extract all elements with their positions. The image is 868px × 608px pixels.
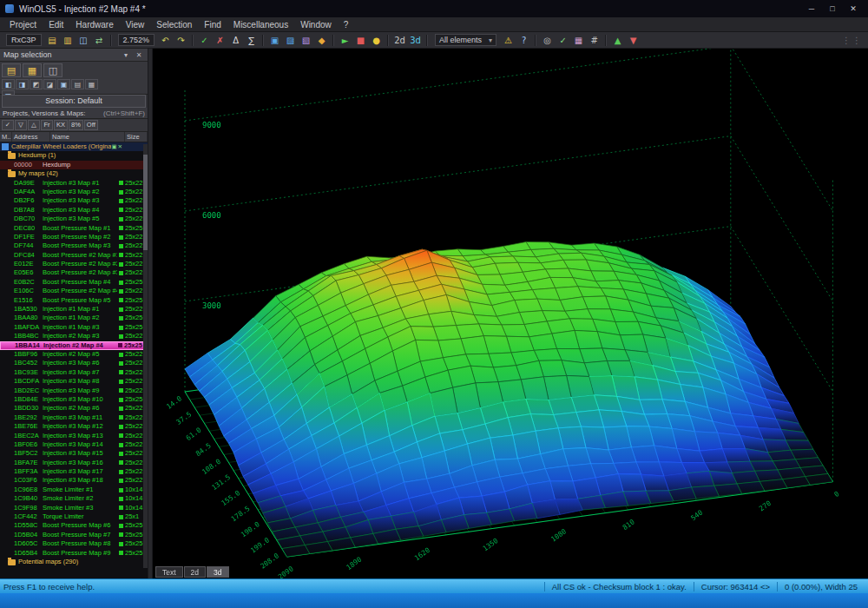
tree-row[interactable]: Caterpillar Wheel Loaders (Original) as … xyxy=(0,142,148,151)
tree-row[interactable]: 1BF5C2 Injection #3 Map #15 25x22 xyxy=(0,449,148,458)
filter-button[interactable]: 8% xyxy=(69,120,83,130)
toolbar-icon[interactable]: ⇄ xyxy=(92,34,107,47)
toolbar-icon[interactable]: ► xyxy=(338,34,352,47)
tree-row[interactable]: 1BB4BC Injection #2 Map #3 25x22 xyxy=(0,332,148,340)
toolbar-icon[interactable]: ∑ xyxy=(244,34,259,47)
tree-row[interactable]: 1CF442 Torque Limiter 25x1 xyxy=(0,512,148,521)
toolbar-icon[interactable]: ▲ xyxy=(610,34,625,47)
toolbar-icon[interactable]: ■ xyxy=(353,34,368,47)
tree-row[interactable]: 1BD2EC Injection #3 Map #9 25x22 xyxy=(0,387,148,395)
tree-row[interactable]: 1D558C Boost Pressure Map #6 25x25 xyxy=(0,521,148,530)
sidebar-view-icon[interactable]: ◧ xyxy=(2,79,15,89)
toolbar-icon[interactable]: 2d xyxy=(392,34,407,47)
tree-row[interactable]: DFC84 Boost Pressure #2 Map #1 25x22 xyxy=(0,251,148,260)
toolbar-icon[interactable]: ✓ xyxy=(556,34,570,47)
tree-row[interactable]: 1BE76E Injection #3 Map #12 25x22 xyxy=(0,422,148,431)
toolbar-icon[interactable]: ✗ xyxy=(213,34,227,47)
tree-row[interactable]: 1BAA80 Injection #1 Map #2 25x25 xyxy=(0,314,148,322)
tree-row[interactable]: DA99E Injection #3 Map #1 25x22 xyxy=(0,179,148,188)
filter-button[interactable]: △ xyxy=(28,120,40,130)
scrollbar-thumb[interactable] xyxy=(143,155,148,250)
tree-row[interactable]: DAF4A Injection #3 Map #2 25x22 xyxy=(0,188,148,196)
toolbar-icon[interactable]: ▤ xyxy=(45,34,60,47)
tree-row[interactable]: E1516 Boost Pressure Map #5 25x25 xyxy=(0,296,148,305)
toolbar-icon[interactable] xyxy=(605,35,607,46)
toolbar-icon[interactable]: ▦ xyxy=(571,34,586,47)
map-mode-field[interactable]: RxC3P xyxy=(6,34,42,46)
tree-row[interactable]: 1BAFDA Injection #1 Map #3 25x25 xyxy=(0,323,148,332)
tree-row[interactable]: 1C03F6 Injection #3 Map #18 25x22 xyxy=(0,476,148,485)
tree-row[interactable]: 1BF0E6 Injection #3 Map #14 25x22 xyxy=(0,440,148,449)
menu-item[interactable]: ? xyxy=(338,19,355,30)
tree-row[interactable]: 1C9B40 Smoke Limiter #2 10x14 xyxy=(0,494,148,503)
toolbar-icon[interactable]: ◆ xyxy=(314,34,329,47)
sidebar-view-icon[interactable]: ▣ xyxy=(57,79,70,89)
tree-row[interactable]: DBC70 Injection #3 Map #5 25x22 xyxy=(0,215,148,223)
filter-button[interactable]: KX xyxy=(54,120,68,130)
toolbar-icon[interactable]: ▧ xyxy=(299,34,313,47)
toolbar-icon[interactable] xyxy=(426,35,428,46)
toolbar-icon[interactable]: ◫ xyxy=(76,34,91,47)
toolbar-icon[interactable]: ▥ xyxy=(61,34,76,47)
panel-close-button[interactable]: ✕ xyxy=(134,50,144,60)
tree-row[interactable]: Potential maps (290) xyxy=(0,558,148,566)
toolbar-icon[interactable]: ◎ xyxy=(540,34,555,47)
tree-row[interactable]: 1BC452 Injection #3 Map #6 25x22 xyxy=(0,359,148,367)
tree-row[interactable]: E106C Boost Pressure #2 Map #4 25x22 xyxy=(0,287,148,295)
toolbar-icon[interactable]: 3d xyxy=(408,34,423,47)
maximize-button[interactable]: □ xyxy=(823,3,842,16)
toolbar-icon[interactable] xyxy=(110,35,112,46)
sidebar-tool-icon[interactable]: ▤ xyxy=(2,63,21,77)
minimize-button[interactable]: ─ xyxy=(802,3,821,16)
panel-dropdown-button[interactable]: ▾ xyxy=(121,50,131,60)
sidebar-tool-icon[interactable]: ▦ xyxy=(23,63,42,77)
menu-item[interactable]: Hardware xyxy=(69,19,119,30)
toolbar-icon[interactable]: ✓ xyxy=(197,34,212,47)
tree-row[interactable]: 1D605C Boost Pressure Map #8 25x25 xyxy=(0,539,148,548)
tree-row[interactable]: 1BD84E Injection #3 Map #10 25x25 xyxy=(0,395,148,404)
tree-row[interactable]: DB7A8 Injection #3 Map #4 25x22 xyxy=(0,206,148,215)
tree-row[interactable]: 1C9F98 Smoke Limiter #3 10x14 xyxy=(0,504,148,512)
view-tab[interactable]: Text xyxy=(155,566,183,578)
menu-item[interactable]: Window xyxy=(294,19,338,30)
column-marker[interactable]: M... xyxy=(0,132,12,142)
close-button[interactable]: ✕ xyxy=(844,3,863,16)
tree-row[interactable]: DB2F6 Injection #3 Map #3 25x22 xyxy=(0,196,148,205)
tree-row[interactable]: 1BEC2A Injection #3 Map #13 25x22 xyxy=(0,432,148,440)
menu-item[interactable]: Miscellaneous xyxy=(227,19,294,30)
column-size[interactable]: Size xyxy=(125,132,148,142)
taskbar[interactable] xyxy=(0,593,868,608)
tree-row[interactable]: E05E6 Boost Pressure #2 Map #3 25x22 xyxy=(0,268,148,277)
tree-row[interactable]: 1BBA14 Injection #2 Map #4 25x25 xyxy=(0,341,148,350)
filter-button[interactable]: ✓ xyxy=(2,120,14,130)
toolbar-icon[interactable]: ▼ xyxy=(626,34,641,47)
tree-row[interactable]: DEC80 Boost Pressure Map #1 25x25 xyxy=(0,224,148,233)
toolbar-icon[interactable] xyxy=(535,35,536,46)
menu-item[interactable]: Selection xyxy=(150,19,198,30)
tree-row[interactable]: 00000 Hexdump xyxy=(0,161,148,169)
toolbar-grip[interactable]: ⋮⋮ xyxy=(842,36,865,45)
view-tab[interactable]: 3d xyxy=(207,566,228,578)
tree-row[interactable]: E0B2C Boost Pressure Map #4 25x25 xyxy=(0,278,148,287)
tree-row[interactable]: 1BBF96 Injection #2 Map #5 25x22 xyxy=(0,350,148,359)
sidebar-view-icon[interactable]: ▤ xyxy=(71,79,84,89)
projects-header[interactable]: Projects, Versions & Maps: (Ctrl+Shift+F… xyxy=(0,108,148,119)
sidebar-view-icon[interactable]: ◨ xyxy=(16,79,29,89)
sidebar-scrollbar[interactable] xyxy=(143,144,148,568)
menu-item[interactable]: Find xyxy=(198,19,227,30)
toolbar-icon[interactable] xyxy=(387,35,389,46)
elements-combo[interactable]: All elements ▾ xyxy=(435,34,496,46)
toolbar-icon[interactable]: ▣ xyxy=(267,34,282,47)
column-name[interactable]: Name xyxy=(50,132,125,142)
toolbar-icon[interactable] xyxy=(332,35,334,46)
tree-row[interactable]: 1BFF3A Injection #3 Map #17 25x22 xyxy=(0,467,148,476)
tree-row[interactable]: DF744 Boost Pressure Map #3 25x22 xyxy=(0,241,148,250)
column-address[interactable]: Address xyxy=(12,132,50,142)
sidebar-view-icon[interactable]: ◪ xyxy=(43,79,56,89)
view-tab[interactable]: 2d xyxy=(184,566,206,578)
toolbar-icon[interactable] xyxy=(192,35,194,46)
tree-row[interactable]: 1BCDFA Injection #3 Map #8 25x22 xyxy=(0,377,148,386)
sidebar-tool-icon[interactable]: ◫ xyxy=(43,63,62,77)
tree-row[interactable]: 1BA530 Injection #1 Map #1 25x22 xyxy=(0,305,148,314)
menu-item[interactable]: Project xyxy=(3,19,43,30)
